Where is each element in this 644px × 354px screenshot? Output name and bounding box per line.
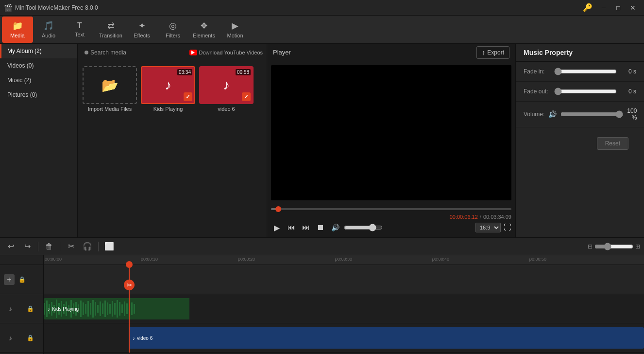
- play-button[interactable]: ▶: [271, 222, 283, 233]
- volume-label: Volume:: [524, 111, 544, 118]
- kids-playing-label: Kids Playing: [153, 106, 183, 112]
- time-display: 00:00:06.12 / 00:03:34:09: [271, 214, 511, 220]
- media-panel: Search media Download YouTube Videos 📂 I…: [78, 44, 267, 237]
- titlebar: 🎬 MiniTool MovieMaker Free 8.0.0 🔑 ─ ◻ ✕: [0, 0, 644, 16]
- minimize-button[interactable]: ─: [596, 2, 611, 14]
- music-note2-icon: ♪: [223, 77, 230, 93]
- add-video-track-button[interactable]: +: [4, 274, 15, 285]
- search-media-tab[interactable]: Search media: [82, 47, 129, 58]
- volume-slider[interactable]: [344, 224, 383, 231]
- toolbar-transition[interactable]: ⇄ Transition: [95, 17, 126, 43]
- video6-thumb[interactable]: ♪ 00:58 ✓ video 6: [199, 66, 254, 232]
- volume-prop-slider[interactable]: [560, 110, 623, 118]
- toolbar-effects[interactable]: ✦ Effects: [126, 17, 157, 43]
- timeline-track-labels: + 🔒 ♪ 🔒 ♪ 🔒: [0, 255, 44, 354]
- video6-clip-label: ♪ video 6: [133, 336, 153, 341]
- time-total: 00:03:34:09: [483, 214, 511, 220]
- yt-download-btn[interactable]: Download YouTube Videos: [189, 50, 263, 55]
- kids-playing-thumb[interactable]: ♪ 03:34 ✓ Kids Playing: [141, 66, 195, 232]
- close-button[interactable]: ✕: [626, 2, 640, 14]
- svg-rect-25: [102, 303, 103, 314]
- toolbar-audio[interactable]: 🎵 Audio: [33, 17, 64, 43]
- player-title: Player: [273, 49, 291, 56]
- sidebar-item-my-album[interactable]: My Album (2): [0, 44, 77, 58]
- toolbar-text[interactable]: T Text: [64, 17, 95, 43]
- undo-button[interactable]: ↩: [4, 240, 17, 253]
- toolbar-elements[interactable]: ❖ Elements: [188, 17, 220, 43]
- lock-audio2-button[interactable]: 🔒: [26, 334, 34, 342]
- elements-icon: ❖: [200, 20, 208, 31]
- audio-note2-icon: ♪: [9, 334, 12, 342]
- fade-out-slider[interactable]: [554, 88, 617, 95]
- progress-bar[interactable]: [271, 206, 511, 212]
- cut-button[interactable]: ✂: [64, 240, 78, 253]
- lock-video-track-button[interactable]: 🔒: [17, 275, 26, 284]
- import-label: Import Media Files: [88, 106, 132, 112]
- effects-icon: ✦: [138, 20, 146, 31]
- zoom-out-icon: ⊟: [588, 243, 593, 250]
- lock-audio1-button[interactable]: 🔒: [26, 304, 34, 313]
- filters-icon: ◎: [169, 20, 177, 31]
- redo-button[interactable]: ↪: [20, 240, 34, 253]
- sidebar-item-music[interactable]: Music (2): [0, 73, 77, 88]
- timeline-body: + 🔒 ♪ 🔒 ♪ 🔒 00:00:00 00:00:10 00:00:20 0…: [0, 255, 644, 354]
- yt-label: Download YouTube Videos: [199, 50, 263, 55]
- export-button[interactable]: ↑ Export: [476, 46, 509, 59]
- tl-tracks-container: ✂: [44, 265, 644, 353]
- fullscreen-button[interactable]: ⛶: [504, 223, 511, 232]
- media-icon: 📁: [12, 20, 23, 31]
- svg-rect-16: [80, 301, 82, 317]
- timeline-toolbar: ↩ ↪ 🗑 ✂ 🎧 ⬜ ⊟ ⊞: [0, 238, 644, 255]
- zoom-slider[interactable]: [594, 243, 633, 250]
- prev-button[interactable]: ⏮: [286, 222, 297, 233]
- scissors-icon: ✂: [124, 280, 135, 290]
- search-dot: [85, 51, 88, 54]
- import-media-thumb[interactable]: 📂 Import Media Files: [83, 66, 137, 232]
- video6-clip[interactable]: ♪ video 6: [129, 327, 644, 349]
- aspect-ratio-select[interactable]: 16:9 4:3 1:1 9:16: [475, 223, 501, 232]
- ruler-tick-0: 00:00:00: [45, 255, 62, 262]
- ruler-tick-40: 00:00:40: [432, 255, 449, 262]
- progress-thumb[interactable]: [275, 206, 281, 212]
- sidebar-item-pictures[interactable]: Pictures (0): [0, 88, 77, 102]
- controls-row: ▶ ⏮ ⏭ ⏹ 🔊 16:9 4:3 1:1 9:16 ⛶: [271, 222, 511, 233]
- audio-detach-button[interactable]: 🎧: [81, 240, 94, 253]
- kids-playing-clip[interactable]: ♪ Kids Playing: [44, 298, 644, 319]
- stop-button[interactable]: ⏹: [315, 222, 326, 233]
- svg-rect-34: [124, 301, 125, 316]
- timeline-tracks-area: 00:00:00 00:00:10 00:00:20 00:00:30 00:0…: [44, 255, 644, 354]
- audio1-track: ♪ Kids Playing: [44, 294, 644, 323]
- next-button[interactable]: ⏭: [300, 222, 312, 233]
- toolbar-motion[interactable]: ▶ Motion: [220, 17, 251, 43]
- svg-rect-38: [134, 304, 135, 314]
- toolbar-effects-label: Effects: [134, 33, 150, 38]
- svg-rect-26: [104, 301, 106, 317]
- toolbar-media[interactable]: 📁 Media: [2, 17, 33, 43]
- fade-out-label: Fade out:: [524, 88, 550, 95]
- svg-rect-23: [97, 305, 99, 313]
- player-controls: 00:00:06.12 / 00:03:34:09 ▶ ⏮ ⏭ ⏹ 🔊 16:9…: [267, 204, 515, 237]
- fade-in-slider[interactable]: [554, 68, 617, 75]
- crop-button[interactable]: ⬜: [102, 240, 116, 253]
- media-grid: 📂 Import Media Files ♪ 03:34 ✓ Kids Play…: [78, 61, 267, 237]
- video6-check: ✓: [242, 92, 251, 101]
- svg-rect-30: [114, 303, 116, 315]
- main-area: My Album (2) Videos (0) Music (2) Pictur…: [0, 44, 644, 237]
- timeline-ruler: 00:00:00 00:00:10 00:00:20 00:00:30 00:0…: [44, 255, 644, 265]
- toolbar-motion-label: Motion: [227, 33, 243, 38]
- transition-icon: ⇄: [107, 20, 115, 31]
- reset-button[interactable]: Reset: [597, 137, 628, 150]
- fade-out-value: 0 s: [621, 88, 636, 95]
- restore-button[interactable]: ◻: [611, 2, 626, 14]
- export-icon: ↑: [482, 49, 485, 56]
- delete-clip-button[interactable]: 🗑: [42, 240, 56, 253]
- tl-sep2: [60, 242, 60, 251]
- toolbar-filters[interactable]: ◎ Filters: [157, 17, 188, 43]
- video-track-header: + 🔒: [0, 265, 43, 294]
- svg-rect-18: [85, 304, 86, 314]
- svg-rect-32: [119, 302, 120, 316]
- volume-icon[interactable]: 🔊: [329, 222, 341, 233]
- playhead[interactable]: ✂: [129, 265, 130, 353]
- export-label: Export: [487, 49, 504, 56]
- sidebar-item-videos[interactable]: Videos (0): [0, 58, 77, 73]
